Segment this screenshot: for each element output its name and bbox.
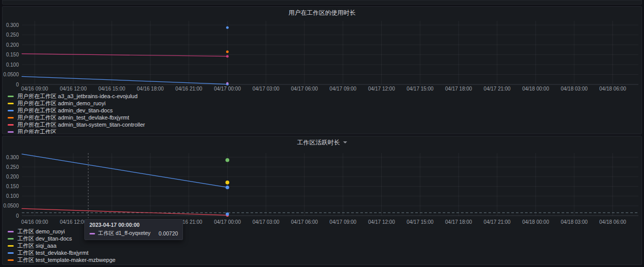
legend-swatch bbox=[8, 259, 14, 261]
legend-item[interactable]: 用户所在工作区 admin_titan-system_titan-control… bbox=[8, 122, 637, 128]
legend-label: 工作区 test_template-maker-mzbwepge bbox=[17, 256, 115, 264]
data-point bbox=[226, 82, 228, 84]
x-tick-label: 04/17 09:00 bbox=[329, 86, 356, 92]
y-tick-label: 0.200 bbox=[6, 42, 19, 48]
panel-menu-chevron-icon[interactable] bbox=[343, 141, 347, 143]
legend-label: 工作区 test_devlake-fbxjyrmt bbox=[17, 249, 88, 257]
x-tick-label: 04/17 12:00 bbox=[368, 86, 395, 92]
panel2-title-text: 工作区活跃时长 bbox=[297, 139, 340, 146]
legend-swatch bbox=[8, 110, 14, 111]
y-tick-label: 0 bbox=[16, 82, 19, 87]
series-line bbox=[22, 209, 227, 215]
legend-swatch bbox=[8, 96, 14, 97]
chart-tooltip: 2023-04-17 00:00:00 工作区 d1_ff-oyqxetey 0… bbox=[84, 219, 183, 240]
legend-item[interactable]: 用户所在工作区 admin_dev_titan-docs bbox=[8, 107, 637, 114]
legend-item[interactable]: 工作区 test_devlake-fbxjyrmt bbox=[8, 249, 637, 256]
x-tick-label: 04/17 12:00 bbox=[368, 219, 395, 225]
legend-swatch bbox=[8, 131, 14, 133]
data-point bbox=[226, 50, 229, 53]
x-tick-label: 04/17 18:00 bbox=[445, 86, 472, 92]
y-tick-label: 0.150 bbox=[6, 52, 19, 57]
y-tick-label: 0.100 bbox=[6, 193, 19, 199]
x-tick-label: 04/16 15:00 bbox=[98, 86, 125, 92]
data-point bbox=[226, 26, 229, 29]
legend-swatch bbox=[8, 238, 14, 240]
x-tick-label: 04/16 21:00 bbox=[175, 86, 202, 92]
legend-label: 工作区 siqi_aaa bbox=[17, 242, 56, 250]
tooltip-series-swatch bbox=[89, 233, 95, 234]
tooltip-series-value: 0.00720 bbox=[159, 230, 178, 236]
legend-label: 用户所在工作区 admin_demo_ruoyi bbox=[17, 100, 106, 107]
legend-label: 用户所在工作区 admin_titan-system_titan-control… bbox=[17, 121, 145, 129]
x-tick-label: 04/17 03:00 bbox=[253, 219, 280, 225]
legend-label: 用户所在工作区 admin_dev_titan-docs bbox=[17, 107, 113, 114]
legend-item[interactable]: 工作区 siqi_aaa bbox=[8, 242, 637, 249]
x-tick-label: 04/16 09:00 bbox=[21, 86, 48, 92]
legend-label: 工作区 dev_titan-docs bbox=[17, 235, 72, 243]
x-tick-label: 04/17 00:00 bbox=[214, 86, 241, 92]
x-tick-label: 04/18 03:00 bbox=[561, 86, 588, 92]
panel2-chart[interactable]: 04/16 09:0004/16 12:0004/16 15:0004/16 1… bbox=[3, 136, 641, 227]
series-end-point bbox=[226, 55, 229, 57]
legend-item[interactable]: 用户所在工作区 a3_a3_jetbrains-idea-c-evojulud bbox=[8, 93, 637, 100]
x-tick-label: 04/17 15:00 bbox=[407, 86, 434, 92]
top-bar bbox=[2, 0, 642, 5]
legend-item[interactable]: 工作区 test_template-maker-mzbwepge bbox=[8, 256, 637, 263]
x-tick-label: 04/17 03:00 bbox=[253, 86, 280, 92]
legend-label: 用户所在工作区 admin_test_devlake-fbxjyrmt bbox=[17, 114, 129, 122]
panel2-title[interactable]: 工作区活跃时长 bbox=[3, 138, 641, 147]
panel1-chart[interactable]: 04/16 09:0004/16 12:0004/16 15:0004/16 1… bbox=[3, 7, 641, 99]
legend-item[interactable]: 用户所在工作区 admin_test_devlake-fbxjyrmt bbox=[8, 114, 637, 121]
x-tick-label: 04/18 06:00 bbox=[599, 86, 626, 92]
legend-swatch bbox=[8, 252, 14, 254]
x-tick-label: 04/17 06:00 bbox=[291, 219, 318, 225]
x-tick-label: 04/18 03:00 bbox=[561, 219, 588, 225]
legend-swatch bbox=[8, 124, 14, 126]
y-tick-label: 0 bbox=[16, 213, 19, 219]
legend-swatch bbox=[8, 103, 14, 104]
x-tick-label: 04/17 21:00 bbox=[484, 219, 511, 225]
legend-swatch bbox=[8, 245, 14, 247]
series-line bbox=[22, 76, 227, 84]
y-tick-label: 0.150 bbox=[6, 184, 19, 189]
legend-label: 工作区 demo_ruoyi bbox=[17, 228, 65, 235]
data-point bbox=[226, 181, 230, 185]
x-tick-label: 04/16 12:00 bbox=[60, 86, 87, 92]
y-tick-label: 0.250 bbox=[6, 164, 19, 170]
x-tick-label: 04/16 18:00 bbox=[137, 86, 164, 92]
panel1-legend: 用户所在工作区 a3_a3_jetbrains-idea-c-evojulud用… bbox=[8, 93, 637, 134]
series-line bbox=[22, 154, 227, 188]
x-tick-label: 04/18 00:00 bbox=[522, 86, 549, 92]
panel-workspace-active-duration: 工作区活跃时长 04/16 09:0004/16 12:0004/16 15:0… bbox=[2, 136, 642, 265]
x-tick-label: 04/17 21:00 bbox=[484, 86, 511, 92]
x-tick-label: 04/18 00:00 bbox=[522, 219, 549, 225]
y-tick-label: 0.100 bbox=[6, 62, 19, 68]
y-tick-label: 0.300 bbox=[6, 155, 19, 160]
x-tick-label: 04/17 15:00 bbox=[407, 219, 434, 225]
x-tick-label: 04/16 09:00 bbox=[21, 219, 48, 225]
y-tick-label: 0.250 bbox=[6, 32, 19, 38]
x-tick-label: 04/18 06:00 bbox=[599, 219, 626, 225]
series-line bbox=[22, 54, 227, 56]
x-tick-label: 04/17 06:00 bbox=[291, 86, 318, 92]
panel1-title[interactable]: 用户在工作区的使用时长 bbox=[3, 8, 641, 17]
y-tick-label: 0.300 bbox=[6, 22, 19, 28]
legend-item[interactable]: 用户所在工作区 bbox=[8, 129, 637, 134]
y-tick-label: 0.200 bbox=[6, 174, 19, 180]
tooltip-series-label: 工作区 d1_ff-oyqxetey bbox=[98, 230, 150, 237]
data-point bbox=[226, 213, 229, 216]
legend-label: 用户所在工作区 a3_a3_jetbrains-idea-c-evojulud bbox=[17, 93, 138, 100]
x-tick-label: 04/16 12:00 bbox=[60, 219, 87, 225]
legend-item[interactable]: 用户所在工作区 admin_demo_ruoyi bbox=[8, 100, 637, 107]
x-tick-label: 04/17 00:00 bbox=[214, 219, 241, 225]
tooltip-time: 2023-04-17 00:00:00 bbox=[89, 222, 178, 228]
y-tick-label: 0.0500 bbox=[3, 203, 19, 209]
x-tick-label: 04/17 09:00 bbox=[329, 219, 356, 225]
legend-label: 用户所在工作区 bbox=[17, 128, 56, 134]
legend-swatch bbox=[8, 117, 14, 118]
panel-user-workspace-usage: 用户在工作区的使用时长 04/16 09:0004/16 12:0004/16 … bbox=[2, 6, 642, 134]
x-tick-label: 04/17 18:00 bbox=[445, 219, 472, 225]
panel1-title-text: 用户在工作区的使用时长 bbox=[289, 9, 356, 16]
series-end-point bbox=[226, 186, 229, 189]
y-tick-label: 0.0500 bbox=[3, 72, 19, 77]
